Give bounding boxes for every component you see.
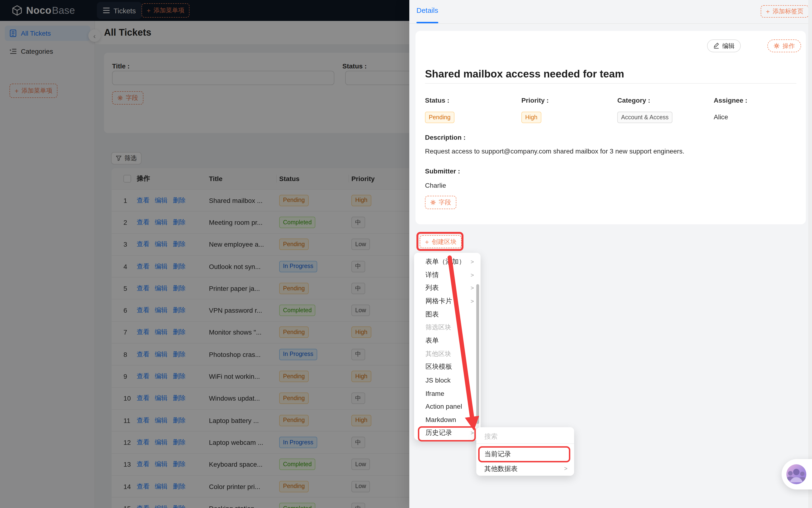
menu-item[interactable]: Markdown (414, 413, 481, 426)
menu-item[interactable]: Action panel (414, 400, 481, 413)
menu-item[interactable]: 列表> (414, 282, 481, 295)
category-tag: Account & Access (617, 112, 672, 123)
tab-details[interactable]: Details (417, 6, 438, 14)
tab-active-indicator (417, 22, 438, 23)
menu-item[interactable]: 图表 (414, 308, 481, 321)
priority-tag: High (521, 112, 541, 123)
description-field-label: Description : (425, 133, 466, 141)
menu-item[interactable]: 表单 (414, 334, 481, 347)
edit-button[interactable]: 编辑 (707, 39, 741, 52)
menu-group-label: 其他区块 (414, 347, 481, 361)
category-field-label: Category : (617, 96, 650, 104)
pencil-icon (713, 43, 719, 49)
record-title: Shared mailbox access needed for team (425, 68, 624, 80)
create-block-button[interactable]: + 创建区块 (420, 235, 462, 248)
submitter-field-label: Submitter : (425, 167, 460, 175)
menu-item[interactable]: Iframe (414, 387, 481, 400)
menu-item[interactable]: 表单（添加）> (414, 255, 481, 268)
status-value: Pending (425, 112, 455, 123)
menu-item[interactable]: 详情> (414, 268, 481, 281)
chevron-right-icon: > (471, 285, 474, 291)
chevron-right-icon: > (471, 258, 474, 265)
create-block-menu: 表单（添加）>详情>列表>网格卡片>图表筛选区块表单其他区块区块模板JS blo… (414, 253, 481, 440)
chevron-right-icon: > (471, 430, 474, 436)
details-drawer: Details + 添加标签页 编辑 操作 (409, 0, 812, 508)
submitter-value: Charlie (425, 181, 446, 189)
chevron-right-icon: > (564, 465, 567, 472)
submenu-search-input[interactable]: 搜索 (484, 432, 498, 441)
drawer-tabs: Details + 添加标签页 (409, 0, 812, 24)
menu-item[interactable]: JS block (414, 374, 481, 387)
record-detail-card: 编辑 操作 Shared mailbox access needed for t… (416, 31, 806, 224)
avatar[interactable] (786, 464, 806, 484)
page-scrollbar[interactable] (808, 0, 812, 508)
plus-icon: + (425, 238, 429, 245)
priority-field-label: Priority : (521, 96, 549, 104)
title-divider (425, 83, 796, 84)
assignee-value: Alice (714, 113, 728, 121)
actions-button[interactable]: 操作 (767, 39, 801, 52)
menu-scrollbar-thumb[interactable] (476, 284, 479, 424)
app-viewport: Noco Base Tickets + 添加菜单项 All Tickets (0, 0, 812, 508)
history-record-submenu: 搜索 当前记录 其他数据表 > (476, 427, 574, 476)
assignee-field-label: Assignee : (714, 96, 748, 104)
priority-value: High (521, 112, 541, 123)
submenu-item-other-collections[interactable]: 其他数据表 (484, 465, 518, 473)
chevron-right-icon: > (471, 271, 474, 278)
chevron-right-icon: > (471, 298, 474, 305)
menu-group-label: 筛选区块 (414, 321, 481, 334)
user-avatar-widget[interactable] (781, 459, 812, 490)
submenu-divider (476, 443, 574, 444)
menu-item[interactable]: 区块模板 (414, 361, 481, 374)
description-value: Request access to support@company.com sh… (425, 147, 684, 155)
status-tag: Pending (425, 112, 455, 123)
gear-icon (773, 43, 780, 49)
add-tab-button[interactable]: + 添加标签页 (761, 5, 809, 17)
plus-icon: + (766, 8, 770, 15)
status-field-label: Status : (425, 96, 449, 104)
category-value: Account & Access (617, 112, 672, 123)
menu-item[interactable]: 网格卡片> (414, 295, 481, 308)
drawer-mask-overlay[interactable] (0, 0, 409, 508)
gear-icon (430, 200, 436, 205)
detail-fields-button[interactable]: 字段 (425, 196, 456, 209)
menu-item[interactable]: 历史记录> (414, 426, 481, 439)
submenu-item-current-record[interactable]: 当前记录 (484, 450, 511, 459)
